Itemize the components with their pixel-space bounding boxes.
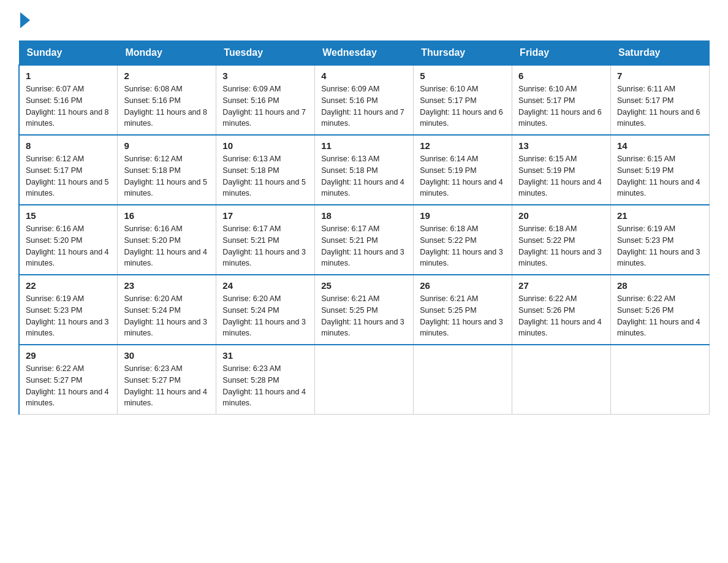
day-number: 12 xyxy=(420,140,506,151)
day-number: 19 xyxy=(420,210,506,221)
day-info: Sunrise: 6:17 AMSunset: 5:21 PMDaylight:… xyxy=(222,223,308,269)
table-row: 6Sunrise: 6:10 AMSunset: 5:17 PMDaylight… xyxy=(512,65,611,135)
day-number: 31 xyxy=(222,350,308,361)
day-info: Sunrise: 6:13 AMSunset: 5:18 PMDaylight:… xyxy=(222,153,308,199)
header-tuesday: Tuesday xyxy=(216,41,315,66)
table-row: 14Sunrise: 6:15 AMSunset: 5:19 PMDayligh… xyxy=(611,135,710,205)
day-info: Sunrise: 6:09 AMSunset: 5:16 PMDaylight:… xyxy=(222,83,308,129)
day-number: 25 xyxy=(321,280,407,291)
table-row xyxy=(315,345,414,415)
day-info: Sunrise: 6:19 AMSunset: 5:23 PMDaylight:… xyxy=(26,293,111,339)
day-info: Sunrise: 6:16 AMSunset: 5:20 PMDaylight:… xyxy=(124,223,210,269)
table-row: 12Sunrise: 6:14 AMSunset: 5:19 PMDayligh… xyxy=(414,135,512,205)
day-info: Sunrise: 6:17 AMSunset: 5:21 PMDaylight:… xyxy=(321,223,407,269)
day-info: Sunrise: 6:20 AMSunset: 5:24 PMDaylight:… xyxy=(222,293,308,339)
table-row xyxy=(611,345,710,415)
table-row: 1Sunrise: 6:07 AMSunset: 5:16 PMDaylight… xyxy=(19,65,118,135)
header-thursday: Thursday xyxy=(414,41,512,66)
table-row: 31Sunrise: 6:23 AMSunset: 5:28 PMDayligh… xyxy=(216,345,315,415)
calendar-week-row: 29Sunrise: 6:22 AMSunset: 5:27 PMDayligh… xyxy=(19,345,710,415)
table-row: 13Sunrise: 6:15 AMSunset: 5:19 PMDayligh… xyxy=(512,135,611,205)
table-row: 5Sunrise: 6:10 AMSunset: 5:17 PMDaylight… xyxy=(414,65,512,135)
day-number: 14 xyxy=(617,140,703,151)
day-number: 21 xyxy=(617,210,703,221)
table-row: 2Sunrise: 6:08 AMSunset: 5:16 PMDaylight… xyxy=(118,65,216,135)
day-info: Sunrise: 6:18 AMSunset: 5:22 PMDaylight:… xyxy=(518,223,604,269)
page-header xyxy=(18,12,710,28)
day-number: 8 xyxy=(26,140,111,151)
day-info: Sunrise: 6:22 AMSunset: 5:26 PMDaylight:… xyxy=(518,293,604,339)
logo xyxy=(18,12,30,28)
day-number: 13 xyxy=(518,140,604,151)
day-number: 2 xyxy=(124,71,210,81)
day-number: 11 xyxy=(321,140,407,151)
day-info: Sunrise: 6:22 AMSunset: 5:27 PMDaylight:… xyxy=(26,363,111,409)
day-info: Sunrise: 6:07 AMSunset: 5:16 PMDaylight:… xyxy=(26,83,111,129)
table-row: 10Sunrise: 6:13 AMSunset: 5:18 PMDayligh… xyxy=(216,135,315,205)
table-row: 25Sunrise: 6:21 AMSunset: 5:25 PMDayligh… xyxy=(315,275,414,345)
day-info: Sunrise: 6:15 AMSunset: 5:19 PMDaylight:… xyxy=(617,153,703,199)
table-row: 19Sunrise: 6:18 AMSunset: 5:22 PMDayligh… xyxy=(414,205,512,275)
day-number: 4 xyxy=(321,71,407,81)
table-row: 23Sunrise: 6:20 AMSunset: 5:24 PMDayligh… xyxy=(118,275,216,345)
table-row: 11Sunrise: 6:13 AMSunset: 5:18 PMDayligh… xyxy=(315,135,414,205)
table-row: 30Sunrise: 6:23 AMSunset: 5:27 PMDayligh… xyxy=(118,345,216,415)
table-row: 16Sunrise: 6:16 AMSunset: 5:20 PMDayligh… xyxy=(118,205,216,275)
day-number: 17 xyxy=(222,210,308,221)
table-row xyxy=(414,345,512,415)
day-info: Sunrise: 6:14 AMSunset: 5:19 PMDaylight:… xyxy=(420,153,506,199)
day-number: 30 xyxy=(124,350,210,361)
day-info: Sunrise: 6:23 AMSunset: 5:27 PMDaylight:… xyxy=(124,363,210,409)
day-info: Sunrise: 6:12 AMSunset: 5:17 PMDaylight:… xyxy=(26,153,111,199)
day-number: 6 xyxy=(518,71,604,81)
day-number: 9 xyxy=(124,140,210,151)
table-row: 20Sunrise: 6:18 AMSunset: 5:22 PMDayligh… xyxy=(512,205,611,275)
calendar-week-row: 22Sunrise: 6:19 AMSunset: 5:23 PMDayligh… xyxy=(19,275,710,345)
table-row: 4Sunrise: 6:09 AMSunset: 5:16 PMDaylight… xyxy=(315,65,414,135)
day-info: Sunrise: 6:21 AMSunset: 5:25 PMDaylight:… xyxy=(321,293,407,339)
table-row: 28Sunrise: 6:22 AMSunset: 5:26 PMDayligh… xyxy=(611,275,710,345)
table-row: 18Sunrise: 6:17 AMSunset: 5:21 PMDayligh… xyxy=(315,205,414,275)
table-row: 15Sunrise: 6:16 AMSunset: 5:20 PMDayligh… xyxy=(19,205,118,275)
table-row: 26Sunrise: 6:21 AMSunset: 5:25 PMDayligh… xyxy=(414,275,512,345)
day-number: 26 xyxy=(420,280,506,291)
header-monday: Monday xyxy=(118,41,216,66)
day-info: Sunrise: 6:23 AMSunset: 5:28 PMDaylight:… xyxy=(222,363,308,409)
day-number: 22 xyxy=(26,280,111,291)
day-info: Sunrise: 6:22 AMSunset: 5:26 PMDaylight:… xyxy=(617,293,703,339)
table-row: 29Sunrise: 6:22 AMSunset: 5:27 PMDayligh… xyxy=(19,345,118,415)
day-info: Sunrise: 6:19 AMSunset: 5:23 PMDaylight:… xyxy=(617,223,703,269)
table-row: 22Sunrise: 6:19 AMSunset: 5:23 PMDayligh… xyxy=(19,275,118,345)
day-info: Sunrise: 6:15 AMSunset: 5:19 PMDaylight:… xyxy=(518,153,604,199)
day-info: Sunrise: 6:21 AMSunset: 5:25 PMDaylight:… xyxy=(420,293,506,339)
day-info: Sunrise: 6:08 AMSunset: 5:16 PMDaylight:… xyxy=(124,83,210,129)
calendar-week-row: 8Sunrise: 6:12 AMSunset: 5:17 PMDaylight… xyxy=(19,135,710,205)
day-number: 27 xyxy=(518,280,604,291)
day-info: Sunrise: 6:10 AMSunset: 5:17 PMDaylight:… xyxy=(420,83,506,129)
day-number: 10 xyxy=(222,140,308,151)
day-number: 15 xyxy=(26,210,111,221)
table-row: 9Sunrise: 6:12 AMSunset: 5:18 PMDaylight… xyxy=(118,135,216,205)
table-row: 21Sunrise: 6:19 AMSunset: 5:23 PMDayligh… xyxy=(611,205,710,275)
day-number: 28 xyxy=(617,280,703,291)
header-saturday: Saturday xyxy=(611,41,710,66)
calendar-header-row: Sunday Monday Tuesday Wednesday Thursday… xyxy=(19,41,710,66)
day-number: 18 xyxy=(321,210,407,221)
table-row: 3Sunrise: 6:09 AMSunset: 5:16 PMDaylight… xyxy=(216,65,315,135)
day-info: Sunrise: 6:20 AMSunset: 5:24 PMDaylight:… xyxy=(124,293,210,339)
day-info: Sunrise: 6:09 AMSunset: 5:16 PMDaylight:… xyxy=(321,83,407,129)
day-info: Sunrise: 6:12 AMSunset: 5:18 PMDaylight:… xyxy=(124,153,210,199)
calendar-table: Sunday Monday Tuesday Wednesday Thursday… xyxy=(18,40,710,415)
header-wednesday: Wednesday xyxy=(315,41,414,66)
day-number: 23 xyxy=(124,280,210,291)
day-number: 1 xyxy=(26,71,111,81)
day-number: 7 xyxy=(617,71,703,81)
day-number: 3 xyxy=(222,71,308,81)
day-info: Sunrise: 6:10 AMSunset: 5:17 PMDaylight:… xyxy=(518,83,604,129)
table-row: 24Sunrise: 6:20 AMSunset: 5:24 PMDayligh… xyxy=(216,275,315,345)
table-row: 27Sunrise: 6:22 AMSunset: 5:26 PMDayligh… xyxy=(512,275,611,345)
day-number: 24 xyxy=(222,280,308,291)
day-info: Sunrise: 6:13 AMSunset: 5:18 PMDaylight:… xyxy=(321,153,407,199)
calendar-week-row: 1Sunrise: 6:07 AMSunset: 5:16 PMDaylight… xyxy=(19,65,710,135)
day-number: 29 xyxy=(26,350,111,361)
